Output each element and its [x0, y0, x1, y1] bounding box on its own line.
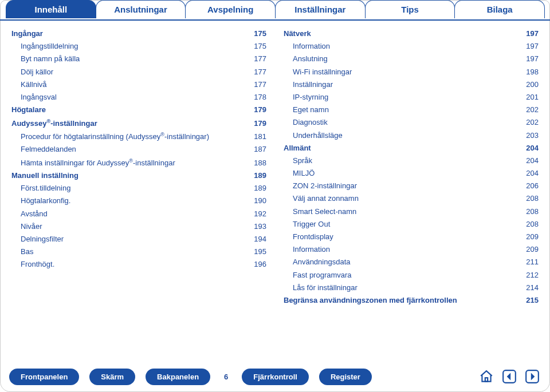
- toc-row[interactable]: Audyssey®-inställningar179: [11, 116, 266, 130]
- toc-label: Procedur för högtalarinställning (Audyss…: [11, 131, 209, 142]
- toc-label: Källnivå: [11, 80, 47, 90]
- toc-row[interactable]: Eget namn202: [284, 104, 539, 116]
- tab-inställningar[interactable]: Inställningar: [275, 0, 366, 18]
- toc-page: 209: [526, 232, 539, 242]
- toc-row[interactable]: Frontdisplay209: [284, 231, 539, 243]
- toc-page: 200: [526, 80, 539, 90]
- toc-row[interactable]: Manuell inställning189: [11, 169, 266, 182]
- toc-label: Allmänt: [284, 143, 311, 153]
- toc-label: Trigger Out: [284, 219, 330, 229]
- toc-row[interactable]: Nivåer193: [11, 220, 266, 233]
- toc-row[interactable]: Lås för inställningar214: [284, 282, 539, 294]
- toc-page: 208: [526, 207, 539, 217]
- toc-label: Först.tilldelning: [11, 183, 70, 193]
- toc-page: 194: [254, 234, 266, 244]
- toc-row[interactable]: MILJÖ204: [284, 167, 539, 180]
- footer-button-register[interactable]: Register: [319, 369, 372, 385]
- toc-label: Högtalarkonfig.: [11, 196, 70, 206]
- toc-row[interactable]: ZON 2-inställningar206: [284, 180, 539, 192]
- toc-page: 212: [526, 270, 539, 280]
- prev-page-icon[interactable]: [501, 368, 518, 385]
- toc-row[interactable]: Delningsfilter194: [11, 233, 266, 246]
- footer-button-bakpanelen[interactable]: Bakpanelen: [146, 369, 210, 385]
- toc-page: 177: [254, 80, 266, 90]
- toc-page: 201: [526, 92, 539, 102]
- tab-bilaga[interactable]: Bilaga: [454, 0, 545, 18]
- toc-page: 202: [526, 105, 539, 115]
- toc-row[interactable]: Användningsdata211: [284, 256, 539, 268]
- toc-page: 211: [526, 257, 539, 267]
- toc-page: 214: [526, 283, 539, 293]
- toc-page: 204: [526, 156, 539, 166]
- toc-row[interactable]: Välj annat zonnamn208: [284, 192, 539, 205]
- toc-page: 196: [254, 259, 266, 270]
- toc-row[interactable]: Fronthögt.196: [11, 258, 266, 271]
- toc-row[interactable]: Trigger Out208: [284, 218, 539, 231]
- toc-label: Välj annat zonnamn: [284, 193, 359, 204]
- toc-row[interactable]: Ingångar175: [11, 27, 266, 40]
- toc-row[interactable]: Wi-Fi inställningar198: [284, 66, 539, 78]
- toc-content: Ingångar175Ingångstilldelning175Byt namn…: [0, 21, 550, 307]
- toc-row[interactable]: Högtalare179: [11, 104, 266, 116]
- toc-label: Lås för inställningar: [284, 283, 358, 293]
- toc-page: 204: [526, 143, 539, 153]
- toc-label: Information: [284, 41, 330, 52]
- toc-label: IP-styrning: [284, 92, 328, 102]
- toc-row[interactable]: Information197: [284, 40, 539, 53]
- top-tabs: InnehållAnslutningarAvspelningInställnin…: [0, 0, 550, 21]
- tab-innehåll[interactable]: Innehåll: [6, 0, 96, 18]
- home-icon[interactable]: [478, 368, 495, 385]
- toc-page: 197: [526, 54, 539, 64]
- toc-row[interactable]: Begränsa användningszonen med fjärrkontr…: [284, 294, 539, 307]
- toc-row[interactable]: Nätverk197: [284, 27, 539, 40]
- toc-row[interactable]: Först.tilldelning189: [11, 182, 266, 195]
- toc-row[interactable]: Procedur för högtalarinställning (Audyss…: [11, 130, 266, 144]
- toc-label: Information: [284, 244, 330, 255]
- toc-label: Manuell inställning: [11, 171, 78, 181]
- toc-row[interactable]: Avstånd192: [11, 208, 266, 220]
- toc-page: 177: [254, 67, 266, 77]
- footer-button-fjärrkontroll[interactable]: Fjärrkontroll: [242, 369, 309, 385]
- toc-row[interactable]: Smart Select-namn208: [284, 205, 539, 218]
- toc-page: 175: [254, 29, 266, 39]
- toc-label: Avstånd: [11, 209, 48, 219]
- next-page-icon[interactable]: [524, 368, 541, 385]
- toc-label: Begränsa användningszonen med fjärrkontr…: [284, 295, 457, 306]
- toc-row[interactable]: Bas195: [11, 246, 266, 258]
- toc-row[interactable]: Ingångsval178: [11, 91, 266, 104]
- toc-row[interactable]: Information209: [284, 243, 539, 256]
- toc-label: Audyssey®-inställningar: [11, 117, 97, 129]
- toc-row[interactable]: Fast programvara212: [284, 269, 539, 282]
- toc-page: 192: [254, 209, 266, 219]
- toc-row[interactable]: Språk204: [284, 155, 539, 167]
- toc-page: 215: [526, 295, 539, 306]
- tab-avspelning[interactable]: Avspelning: [185, 0, 276, 18]
- toc-row[interactable]: Felmeddelanden187: [11, 143, 266, 156]
- toc-label: Användningsdata: [284, 257, 350, 267]
- toc-row[interactable]: Högtalarkonfig.190: [11, 195, 266, 207]
- toc-row[interactable]: Inställningar200: [284, 78, 539, 91]
- toc-label: Dölj källor: [11, 67, 53, 77]
- toc-row[interactable]: Ingångstilldelning175: [11, 40, 266, 53]
- footer-button-skärm[interactable]: Skärm: [89, 369, 135, 385]
- toc-label: Delningsfilter: [11, 234, 64, 244]
- toc-page: 187: [254, 144, 266, 155]
- toc-row[interactable]: Källnivå177: [11, 78, 266, 91]
- tab-tips[interactable]: Tips: [365, 0, 455, 18]
- toc-row[interactable]: Hämta inställningar för Audyssey®-instäl…: [11, 156, 266, 170]
- toc-row[interactable]: IP-styrning201: [284, 91, 539, 104]
- footer-button-frontpanelen[interactable]: Frontpanelen: [9, 369, 79, 385]
- toc-label: Språk: [284, 156, 312, 166]
- toc-row[interactable]: Diagnostik202: [284, 116, 539, 129]
- toc-label: Ingångar: [11, 29, 43, 39]
- toc-row[interactable]: Byt namn på källa177: [11, 53, 266, 65]
- toc-label: Nätverk: [284, 29, 311, 39]
- toc-column-left: Ingångar175Ingångstilldelning175Byt namn…: [11, 27, 266, 307]
- tab-anslutningar[interactable]: Anslutningar: [96, 0, 186, 18]
- toc-page: 197: [526, 29, 539, 39]
- toc-row[interactable]: Underhållsläge203: [284, 129, 539, 142]
- toc-row[interactable]: Allmänt204: [284, 142, 539, 155]
- toc-row[interactable]: Anslutning197: [284, 53, 539, 65]
- toc-label: Byt namn på källa: [11, 54, 80, 64]
- toc-row[interactable]: Dölj källor177: [11, 66, 266, 78]
